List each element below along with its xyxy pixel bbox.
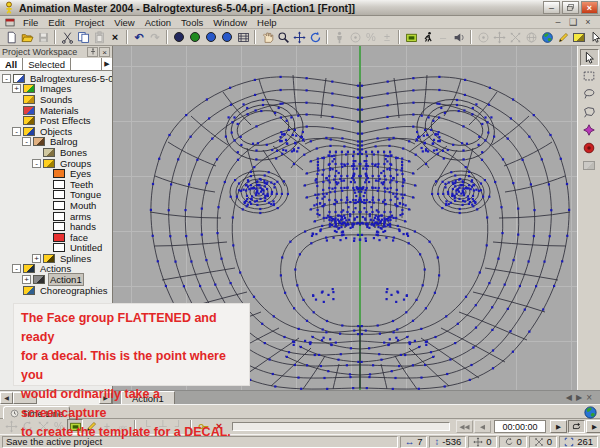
panel-close-icon[interactable]: ×: [99, 47, 110, 57]
select-icon[interactable]: [580, 49, 599, 66]
pin-icon[interactable]: [87, 47, 98, 57]
tree-item-bones[interactable]: Bones: [2, 147, 112, 158]
app-mascot-icon: [2, 1, 16, 15]
tab-prev-icon[interactable]: ◀: [566, 393, 572, 402]
menu-window[interactable]: Window: [208, 17, 252, 28]
menu-tools[interactable]: Tools: [176, 17, 208, 28]
tree-item-post-effects[interactable]: Post Effects: [2, 115, 112, 126]
zoom-icon[interactable]: [275, 30, 291, 45]
bound-group-icon[interactable]: [403, 30, 419, 45]
tree-item-tongue[interactable]: Tongue: [2, 190, 112, 201]
status-field-scale-value: 0: [529, 436, 557, 448]
tree-item-objects[interactable]: -Objects: [2, 126, 112, 137]
skeletal-mode-icon[interactable]: [187, 30, 203, 45]
expand-icon[interactable]: +: [32, 254, 41, 263]
internet-icon[interactable]: [539, 30, 555, 45]
tab-next-icon[interactable]: ▶: [576, 393, 582, 402]
draw-icon[interactable]: [555, 30, 571, 45]
tree-item-label: Tongue: [68, 189, 103, 200]
animate-icon[interactable]: [419, 30, 435, 45]
tree-item-teeth[interactable]: Teeth: [2, 179, 112, 190]
tree-item-images[interactable]: +Images: [2, 84, 112, 95]
menu-edit[interactable]: Edit: [43, 17, 69, 28]
mdi-close-button[interactable]: ×: [582, 17, 594, 27]
copy-icon[interactable]: [75, 30, 91, 45]
open-icon[interactable]: [19, 30, 35, 45]
rewind-button[interactable]: ◀◀: [456, 420, 473, 433]
tree-item-balrog[interactable]: -Balrog: [2, 137, 112, 148]
new-window-icon[interactable]: [571, 30, 587, 45]
tab-scroll-right-icon[interactable]: ▶: [101, 58, 112, 70]
filmstrip-icon[interactable]: [235, 30, 251, 45]
collapse-icon[interactable]: -: [12, 127, 21, 136]
annotation-line: The Face group FLATTENED and ready: [21, 309, 242, 347]
muscle-mode-icon[interactable]: [203, 30, 219, 45]
minimize-button[interactable]: –: [543, 1, 560, 14]
play-button[interactable]: ▶: [550, 420, 567, 433]
menu-help[interactable]: Help: [252, 17, 282, 28]
tree-item-sounds[interactable]: Sounds: [2, 94, 112, 105]
menu-file[interactable]: File: [18, 17, 43, 28]
group-color-swatch: [53, 190, 65, 199]
menu-action[interactable]: Action: [140, 17, 176, 28]
model-mode-icon[interactable]: [171, 30, 187, 45]
turn-tool-icon[interactable]: [580, 139, 599, 156]
status-field-translate-value: 0: [468, 436, 496, 448]
tree-item-mouth[interactable]: Mouth: [2, 200, 112, 211]
collapse-icon[interactable]: -: [12, 264, 21, 273]
model-icon: [33, 137, 45, 146]
menu-view[interactable]: View: [109, 17, 139, 28]
tree-item-arms[interactable]: arms: [2, 211, 112, 222]
next-frame-button[interactable]: ▶: [586, 420, 600, 433]
collapse-icon[interactable]: -: [22, 137, 31, 146]
status-field-zoom-value: 261: [559, 436, 598, 448]
tab-close-icon[interactable]: ×: [586, 392, 592, 403]
tree-item-face[interactable]: face: [2, 232, 112, 243]
restore-button[interactable]: [562, 1, 579, 14]
fit-icon[interactable]: [291, 30, 307, 45]
undo-icon[interactable]: ↶: [131, 30, 147, 45]
poly-select-icon[interactable]: [580, 103, 599, 120]
choreography-mode-icon[interactable]: [219, 30, 235, 45]
close-button[interactable]: ×: [581, 1, 598, 14]
tree-item-untitled[interactable]: Untitled: [2, 243, 112, 254]
refresh-icon[interactable]: [307, 30, 323, 45]
rect-select-icon[interactable]: [580, 67, 599, 84]
timeline-scrollbar[interactable]: [232, 422, 450, 431]
web-icon[interactable]: [583, 405, 598, 420]
menu-project[interactable]: Project: [70, 17, 110, 28]
time-field[interactable]: 00:00:00: [494, 420, 546, 433]
tree-item-eyes[interactable]: Eyes: [2, 168, 112, 179]
tree-item-label: hands: [68, 221, 98, 232]
pan-icon[interactable]: [259, 30, 275, 45]
mdi-minimize-button[interactable]: –: [552, 17, 564, 27]
sound-icon[interactable]: [451, 30, 467, 45]
collapse-icon[interactable]: -: [2, 74, 11, 83]
status-field-rotate-value: 0: [499, 436, 527, 448]
delete-icon[interactable]: ×: [107, 30, 123, 45]
loop-button[interactable]: [568, 420, 585, 433]
cut-icon[interactable]: [59, 30, 75, 45]
workspace-tab-all[interactable]: All: [0, 58, 23, 70]
lasso-select-icon[interactable]: [580, 85, 599, 102]
mdi-restore-button[interactable]: ❑: [567, 17, 579, 27]
tree-item-splines[interactable]: +Splines: [2, 253, 112, 264]
collapse-icon[interactable]: -: [32, 159, 41, 168]
prev-frame-button[interactable]: ◀: [474, 420, 491, 433]
objects-icon: [23, 127, 35, 136]
tree-item-hands[interactable]: hands: [2, 221, 112, 232]
scroll-left-icon[interactable]: ◀: [0, 392, 13, 404]
document-system-icon[interactable]: [4, 17, 16, 28]
tree-item-action1[interactable]: +Action1: [2, 274, 112, 285]
new-icon[interactable]: [3, 30, 19, 45]
tree-item-groups[interactable]: -Groups: [2, 158, 112, 169]
tree-item-materials[interactable]: Materials: [2, 105, 112, 116]
workspace-tab-selected[interactable]: Selected: [23, 58, 71, 70]
expand-icon[interactable]: +: [22, 275, 31, 284]
patch-select-icon[interactable]: [580, 121, 599, 138]
expand-icon[interactable]: +: [12, 84, 21, 93]
annotation-line: to create the template for a DECAL.: [21, 423, 242, 442]
tree-item-balrogtextures6-5-04[interactable]: -Balrogtextures6-5-04: [2, 73, 112, 84]
tree-item-choreographies[interactable]: Choreographies: [2, 285, 112, 296]
select-tool-icon[interactable]: [587, 30, 600, 45]
